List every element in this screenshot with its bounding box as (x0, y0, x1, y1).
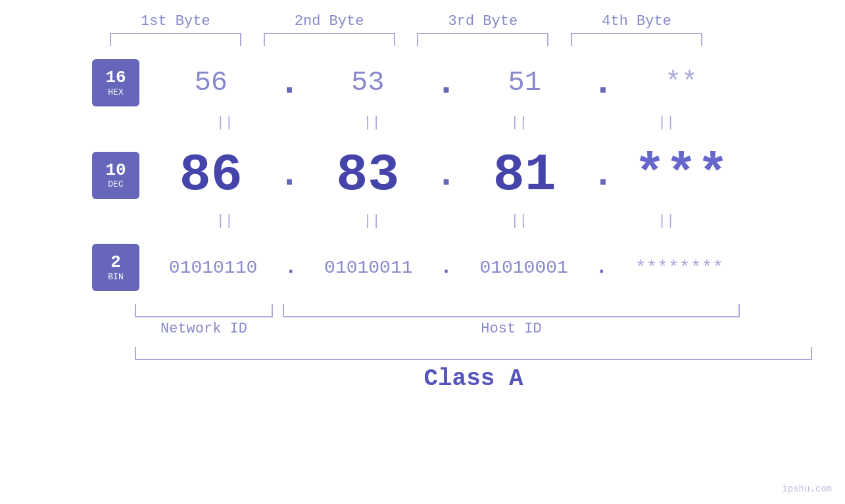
dot-dec-2: . (435, 154, 457, 196)
dec-data-row: 10 DEC 86 . 83 . 81 . *** (92, 145, 740, 205)
bin-row-container: 2 BIN 01010110 . 01010011 . 01010001 . *… (0, 237, 845, 298)
dot-bin-3: . (596, 256, 608, 279)
bracket-byte4 (571, 33, 702, 46)
dot-hex-3: . (592, 62, 614, 104)
bin-byte1: 01010110 (160, 258, 266, 278)
bin-badge: 2 BIN (92, 244, 139, 291)
eq1-b4: || (614, 114, 719, 131)
watermark: ipshu.com (782, 484, 832, 494)
byte3-label: 3rd Byte (417, 13, 548, 30)
eq2-b4: || (614, 213, 719, 229)
hex-byte2: 53 (315, 67, 420, 99)
dec-bytes: 86 . 83 . 81 . *** (153, 145, 740, 205)
hex-byte3: 51 (472, 67, 577, 99)
bottom-bracket-area (0, 304, 845, 317)
dot-bin-1: . (285, 256, 297, 279)
byte1-label: 1st Byte (110, 13, 241, 30)
bracket-byte2 (264, 33, 395, 46)
hex-badge: 16 HEX (92, 59, 139, 106)
equals-row-1: || || || || (0, 114, 845, 131)
hex-data-row: 16 HEX 56 . 53 . 51 . ** (92, 59, 740, 106)
class-label-row: Class A (0, 365, 845, 392)
dec-badge-text: DEC (108, 179, 123, 189)
dot-hex-2: . (435, 62, 457, 104)
dec-row-container: 10 DEC 86 . 83 . 81 . *** (0, 139, 845, 212)
dec-byte4: *** (629, 145, 734, 205)
byte4-label: 4th Byte (571, 13, 702, 30)
bin-byte4: ******** (627, 258, 732, 278)
host-bracket (283, 304, 740, 317)
network-id-label: Network ID (135, 321, 273, 337)
dec-byte2: 83 (315, 145, 420, 205)
hex-row-container: 16 HEX 56 . 53 . 51 . ** (0, 53, 845, 113)
top-brackets (0, 33, 845, 46)
eq2-b1: || (172, 213, 278, 229)
byte2-label: 2nd Byte (264, 13, 395, 30)
eq1-b1: || (172, 114, 278, 131)
header-row: 1st Byte 2nd Byte 3rd Byte 4th Byte (0, 13, 845, 30)
id-labels-row: Network ID Host ID (0, 321, 845, 337)
big-bracket (135, 347, 812, 360)
hex-byte1: 56 (158, 67, 264, 99)
bin-badge-number: 2 (110, 253, 121, 272)
dot-dec-1: . (279, 154, 301, 196)
hex-bytes: 56 . 53 . 51 . ** (153, 62, 740, 104)
eq2-b2: || (320, 213, 425, 229)
hex-byte4: ** (629, 67, 734, 99)
hex-badge-number: 16 (105, 68, 126, 87)
dec-byte3: 81 (472, 145, 577, 205)
bin-byte2: 01010011 (316, 258, 421, 278)
bin-data-row: 2 BIN 01010110 . 01010011 . 01010001 . *… (92, 244, 740, 291)
dot-dec-3: . (592, 154, 614, 196)
dec-byte1: 86 (158, 145, 264, 205)
network-bracket (135, 304, 273, 317)
hex-badge-text: HEX (108, 87, 123, 97)
bin-bytes: 01010110 . 01010011 . 01010001 . *******… (153, 256, 740, 279)
equals-row-2: || || || || (0, 213, 845, 229)
eq1-b2: || (320, 114, 425, 131)
eq2-b3: || (466, 213, 571, 229)
bracket-byte3 (417, 33, 548, 46)
bin-byte3: 01010001 (471, 258, 577, 278)
class-label: Class A (423, 365, 523, 392)
bin-badge-text: BIN (108, 272, 123, 282)
dec-badge-number: 10 (105, 161, 126, 180)
dec-badge: 10 DEC (92, 152, 139, 199)
bracket-byte1 (110, 33, 241, 46)
dot-hex-1: . (279, 62, 301, 104)
main-container: 1st Byte 2nd Byte 3rd Byte 4th Byte 16 H… (0, 0, 845, 504)
eq1-b3: || (466, 114, 571, 131)
dot-bin-2: . (440, 256, 452, 279)
big-bracket-row (0, 347, 845, 360)
host-id-label: Host ID (283, 321, 740, 337)
